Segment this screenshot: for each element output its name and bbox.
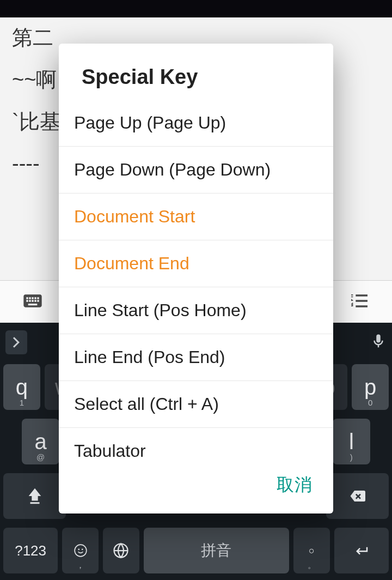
dialog-item-line-end[interactable]: Line End (Pos End) <box>59 334 333 381</box>
special-key-dialog: Special Key Page Up (Page Up) Page Down … <box>59 44 333 513</box>
dialog-item-select-all[interactable]: Select all (Ctrl + A) <box>59 381 333 428</box>
dialog-item-line-start[interactable]: Line Start (Pos Home) <box>59 287 333 334</box>
dialog-item-page-up[interactable]: Page Up (Page Up) <box>59 100 333 147</box>
dialog-item-tabulator[interactable]: Tabulator <box>59 428 333 463</box>
dialog-title: Special Key <box>59 44 333 100</box>
dialog-item-doc-end[interactable]: Document End <box>59 240 333 287</box>
dialog-item-page-down[interactable]: Page Down (Page Down) <box>59 147 333 194</box>
dialog-list: Page Up (Page Up) Page Down (Page Down) … <box>59 100 333 463</box>
dialog-item-doc-start[interactable]: Document Start <box>59 194 333 240</box>
cancel-button[interactable]: 取消 <box>277 473 313 497</box>
dialog-actions: 取消 <box>59 463 333 513</box>
